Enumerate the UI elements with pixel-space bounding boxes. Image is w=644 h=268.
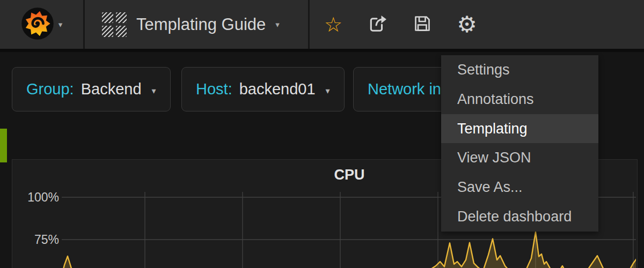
dashboard-title: Templating Guide bbox=[136, 15, 266, 34]
title-dropdown-caret-icon: ▾ bbox=[275, 20, 280, 28]
share-dashboard-button[interactable] bbox=[368, 14, 387, 35]
row-color-strip[interactable] bbox=[0, 129, 7, 162]
gear-icon: ⚙ bbox=[457, 13, 477, 36]
variable-selector-host[interactable]: Host: backend01 ▾ bbox=[181, 67, 345, 111]
star-dashboard-button[interactable]: ☆ bbox=[324, 14, 343, 35]
dashboard-title-dropdown[interactable]: Templating Guide ▾ bbox=[85, 0, 310, 49]
menu-item-delete-dashboard[interactable]: Delete dashboard bbox=[441, 202, 598, 232]
y-axis-tick-100: 100% bbox=[21, 190, 59, 205]
share-icon bbox=[369, 14, 387, 35]
grafana-logo-menu[interactable]: ▾ bbox=[0, 0, 85, 49]
save-icon bbox=[414, 15, 431, 34]
settings-dropdown-menu: Settings Annotations Templating View JSO… bbox=[441, 55, 598, 232]
chevron-down-icon: ▾ bbox=[326, 86, 330, 96]
variable-label: Network in bbox=[368, 80, 441, 98]
y-axis-tick-75: 75% bbox=[21, 233, 59, 247]
menu-item-annotations[interactable]: Annotations bbox=[441, 85, 598, 114]
menu-item-settings[interactable]: Settings bbox=[441, 55, 598, 85]
variable-label: Group: bbox=[26, 80, 74, 98]
dashboard-icon bbox=[102, 12, 127, 37]
variable-value: Backend bbox=[81, 80, 142, 98]
menu-item-save-as[interactable]: Save As... bbox=[441, 173, 598, 202]
grafana-logo-icon bbox=[21, 7, 54, 42]
top-navbar: ▾ Templating Guide ▾ ☆ bbox=[0, 0, 644, 52]
chevron-down-icon: ▾ bbox=[152, 86, 156, 96]
menu-item-templating[interactable]: Templating bbox=[441, 114, 598, 144]
variable-selector-group[interactable]: Group: Backend ▾ bbox=[12, 67, 171, 111]
save-dashboard-button[interactable] bbox=[413, 14, 432, 35]
star-icon: ☆ bbox=[324, 14, 342, 35]
navbar-actions: ☆ ⚙ bbox=[324, 14, 477, 35]
variable-value: backend01 bbox=[239, 80, 316, 98]
dashboard-settings-button[interactable]: ⚙ bbox=[457, 14, 477, 35]
menu-item-view-json[interactable]: View JSON bbox=[441, 143, 598, 173]
variable-label: Host: bbox=[196, 80, 232, 98]
logo-dropdown-caret-icon: ▾ bbox=[58, 20, 63, 28]
